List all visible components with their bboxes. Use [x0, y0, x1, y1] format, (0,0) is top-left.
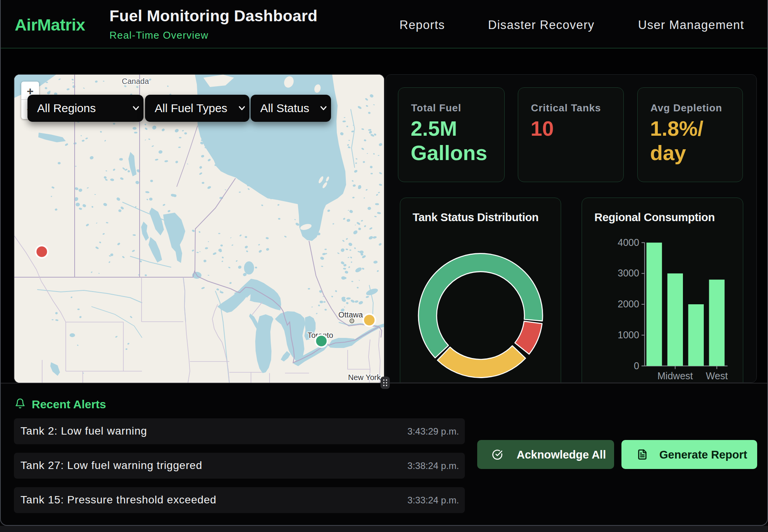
- svg-text:2000: 2000: [618, 298, 639, 309]
- svg-text:West: West: [706, 370, 728, 381]
- svg-text:3000: 3000: [618, 268, 639, 278]
- svg-text:New York: New York: [348, 373, 381, 382]
- svg-text:0: 0: [634, 360, 639, 371]
- svg-text:Midwest: Midwest: [657, 370, 693, 381]
- svg-text:Canada: Canada: [122, 77, 149, 85]
- svg-text:4000: 4000: [618, 237, 639, 248]
- svg-text:1000: 1000: [618, 329, 639, 340]
- svg-text:Ottawa: Ottawa: [338, 310, 363, 319]
